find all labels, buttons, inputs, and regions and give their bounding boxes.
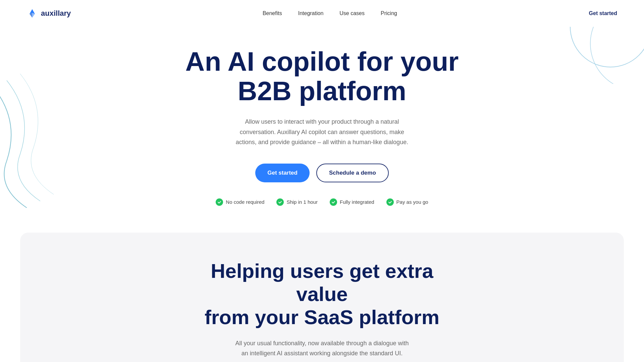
badge-check-icon-3 (330, 198, 337, 206)
second-section: Helping users get extra value from your … (20, 233, 624, 362)
svg-point-1 (590, 27, 644, 84)
hero-title: An AI copilot for your B2B platform (171, 47, 473, 106)
nav-integration[interactable]: Integration (298, 10, 324, 16)
deco-bottom-left (0, 54, 87, 208)
svg-point-0 (570, 27, 644, 67)
hero-section: An AI copilot for your B2B platform Allo… (0, 27, 644, 233)
hero-subtitle: Allow users to interact with your produc… (235, 117, 409, 147)
nav-get-started-button[interactable]: Get started (589, 10, 617, 16)
badge-check-icon-2 (276, 198, 284, 206)
badge-check-icon (216, 198, 223, 206)
deco-top-right (517, 27, 644, 84)
hero-buttons: Get started Schedule a demo (27, 164, 617, 182)
second-section-subtitle: All your usual functionality, now availa… (235, 338, 409, 359)
hero-badges: No code required Ship in 1 hour Fully in… (27, 198, 617, 206)
nav-links: Benefits Integration Use cases Pricing (263, 10, 397, 16)
badge-pay-as-you-go: Pay as you go (386, 198, 428, 206)
logo-icon (27, 8, 38, 19)
nav-use-cases[interactable]: Use cases (339, 10, 365, 16)
logo-text: auxillary (41, 9, 71, 18)
badge-ship-hour: Ship in 1 hour (276, 198, 318, 206)
badge-no-code: No code required (216, 198, 264, 206)
schedule-demo-button[interactable]: Schedule a demo (316, 164, 389, 182)
nav-pricing[interactable]: Pricing (381, 10, 397, 16)
logo[interactable]: auxillary (27, 8, 71, 19)
badge-check-icon-4 (386, 198, 394, 206)
get-started-button[interactable]: Get started (255, 164, 310, 182)
second-section-title: Helping users get extra value from your … (191, 259, 453, 329)
nav-benefits[interactable]: Benefits (263, 10, 282, 16)
navbar: auxillary Benefits Integration Use cases… (0, 0, 644, 27)
badge-integrated: Fully integrated (330, 198, 374, 206)
